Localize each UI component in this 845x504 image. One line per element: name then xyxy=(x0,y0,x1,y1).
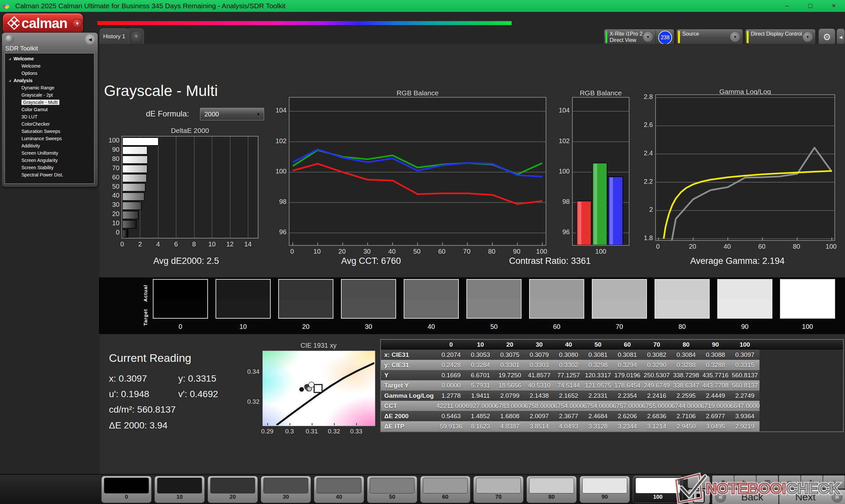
pattern-tile-60[interactable]: 60 xyxy=(420,476,470,503)
row-label: ΔE ITP xyxy=(381,421,436,431)
tab-label: History 1 xyxy=(103,33,125,40)
button-record-icon[interactable]: ○ xyxy=(823,475,845,489)
table-cell: 5.7931 xyxy=(466,380,495,391)
y-tick-label: 100 xyxy=(553,167,570,175)
sidebar-item-luminance-sweeps[interactable]: Luminance Sweeps xyxy=(5,135,94,142)
current-reading-point xyxy=(309,382,314,388)
chart-icon: ▥ xyxy=(764,478,770,486)
deltae-x-axis: 02468101214 xyxy=(122,240,259,249)
table-cell: 0.3081 xyxy=(583,349,613,360)
sidebar-group-welcome[interactable]: Welcome xyxy=(5,55,94,62)
table-row: ΔE ITP59.91368.16234.83873.85144.04933.3… xyxy=(381,421,759,431)
pattern-tile-label: 100 xyxy=(633,494,683,500)
sidebar-item-screen-angularity[interactable]: Screen Angularity xyxy=(5,157,94,164)
chevron-down-icon[interactable]: ▼ xyxy=(730,32,740,42)
sidebar-item-welcome[interactable]: Welcome xyxy=(5,62,94,70)
expander-icon[interactable] xyxy=(8,58,11,60)
chevron-down-icon[interactable]: ▼ xyxy=(643,32,653,42)
expander-icon[interactable] xyxy=(8,79,11,82)
gear-icon: ⚙ xyxy=(823,32,831,42)
next-button[interactable]: Next» xyxy=(779,489,845,504)
pattern-up-button[interactable]: ▲ xyxy=(688,475,710,488)
pattern-tile-10[interactable]: 10 xyxy=(155,476,205,503)
sidebar-item-color-gamut[interactable]: Color Gamut xyxy=(5,106,94,113)
y-tick-label: 70 xyxy=(103,164,120,172)
sidebar-item-label: ColorChecker xyxy=(21,121,50,127)
rgb-bar-chart-title: RGB Balance xyxy=(562,89,639,97)
pattern-tile-90[interactable]: 90 xyxy=(580,476,630,503)
pattern-tile-label: 70 xyxy=(474,494,523,500)
pattern-tile-70[interactable]: 70 xyxy=(473,476,524,503)
pattern-tile-100[interactable]: 100 xyxy=(633,476,683,503)
button-loop-icon[interactable]: ∞ xyxy=(779,475,801,489)
add-tab-button[interactable]: + xyxy=(131,32,141,41)
close-icon[interactable]: × xyxy=(825,0,843,12)
gamma-y-axis: 2.82.62.42.221.8 xyxy=(636,94,653,241)
cie-1931-chart xyxy=(262,350,375,426)
rgb-line-chart-title: RGB Balance xyxy=(289,89,546,97)
source-dropdown[interactable]: Source ▼ xyxy=(676,29,743,45)
sidebar-group-analysis[interactable]: Analysis xyxy=(5,77,94,84)
display-control-dropdown[interactable]: Direct Display Control ▼ xyxy=(745,29,816,45)
sidebar-item-dynamic-range[interactable]: Dynamic Range xyxy=(5,84,94,91)
rainbow-gradient-bar xyxy=(98,21,512,25)
sidebar-item-grayscale-2pt[interactable]: Grayscale - 2pt xyxy=(5,91,94,98)
reading-de2000: ΔE 2000: 3.94 xyxy=(109,420,168,431)
table-cell: 0.3053 xyxy=(466,349,495,360)
table-cell: 1.2778 xyxy=(436,391,466,401)
workflow-orb-button[interactable] xyxy=(5,35,14,43)
x-tick-label: 80 xyxy=(485,248,498,255)
collapse-toolbar-button[interactable]: ◀ xyxy=(837,29,845,46)
pattern-tile-50[interactable]: 50 xyxy=(367,476,417,503)
sidebar-item-3d-lut[interactable]: 3D LUT xyxy=(5,113,94,120)
bar-level-50 xyxy=(122,183,145,192)
pattern-tile-40[interactable]: 40 xyxy=(314,476,364,503)
source-label: Source xyxy=(682,31,699,37)
x-tick-label: 0 xyxy=(117,240,127,248)
calman-app: Calman 2025 Calman Ultimate for Business… xyxy=(0,0,845,504)
chevron-down-icon[interactable]: ▼ xyxy=(803,32,813,42)
settings-button[interactable]: ⚙ xyxy=(818,29,835,46)
sidebar-item-screen-stability[interactable]: Screen Stability xyxy=(5,164,94,171)
tab-history-1[interactable]: History 1 xyxy=(100,29,129,44)
pattern-tile-20[interactable]: 20 xyxy=(208,476,258,503)
series-blue xyxy=(293,149,542,177)
swatch-50 xyxy=(466,279,522,319)
button-refresh-icon[interactable]: ↻ xyxy=(801,475,823,489)
back-button[interactable]: «Back xyxy=(712,489,779,504)
sidebar-item-additivity[interactable]: Additivity xyxy=(5,142,94,149)
button-stop-icon[interactable]: ■ xyxy=(712,475,734,489)
table-cell: 3.2344 xyxy=(613,421,642,431)
table-cell: 560.8137 xyxy=(730,370,759,380)
de-formula-dropdown[interactable]: 2000 ▼ xyxy=(200,108,264,120)
button-play-icon[interactable]: ▶ xyxy=(734,475,756,489)
minimize-icon[interactable]: – xyxy=(778,0,796,12)
sidebar-item-colorchecker[interactable]: ColorChecker xyxy=(5,120,94,128)
sidebar-collapse-button[interactable]: ◀ xyxy=(85,34,95,44)
bar-level-70 xyxy=(122,165,147,173)
sidebar-item-saturation-sweeps[interactable]: Saturation Sweeps xyxy=(5,128,94,135)
sidebar-item-screen-uniformity[interactable]: Screen Uniformity xyxy=(5,149,94,157)
window-size-button[interactable] xyxy=(688,489,710,504)
table-cell: 2.9219 xyxy=(730,421,759,431)
pattern-tile-label: 20 xyxy=(208,494,258,500)
calman-dropdown-icon[interactable]: ▼ xyxy=(72,19,83,28)
table-cell: 0.5463 xyxy=(436,411,466,421)
button-chart-icon[interactable]: ▥ xyxy=(756,475,778,489)
table-cell: 179.0196 xyxy=(613,370,642,380)
maximize-icon[interactable]: □ xyxy=(801,0,820,12)
pattern-tile-0[interactable]: 0 xyxy=(101,476,152,503)
bar-level-60 xyxy=(122,174,147,182)
sidebar-item-label: 3D LUT xyxy=(21,114,37,120)
table-cell: 6.6701 xyxy=(466,370,495,380)
sidebar-item-grayscale-multi[interactable]: Grayscale - Multi xyxy=(5,98,94,106)
calman-diamond-icon xyxy=(7,16,19,31)
calman-menu-button[interactable]: calman ▼ xyxy=(3,13,83,34)
sidebar-item-options[interactable]: Options xyxy=(5,70,94,77)
x-tick-label: 0.29 xyxy=(260,428,275,435)
pattern-tile-80[interactable]: 80 xyxy=(527,476,577,503)
pattern-tile-30[interactable]: 30 xyxy=(261,476,311,503)
stat-value: 3361 xyxy=(571,256,591,266)
sidebar-item-spectral-power-dist-[interactable]: Spectral Power Dist. xyxy=(5,171,94,178)
meter-dropdown[interactable]: X-Rite i1Pro 2Direct View ▼ 238 xyxy=(604,29,674,45)
